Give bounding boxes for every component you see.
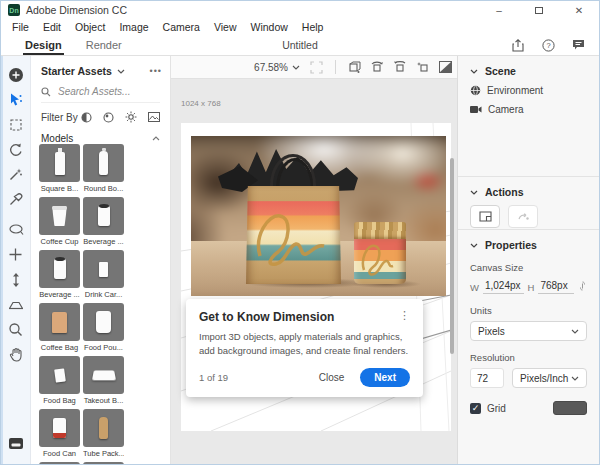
units-select[interactable]: Pixels (470, 321, 587, 341)
asset-tile[interactable]: Beverage ... (39, 250, 80, 300)
width-label: W (470, 282, 479, 293)
chevron-down-icon[interactable] (470, 69, 478, 74)
menu-file[interactable]: File (5, 21, 36, 33)
share-icon[interactable] (511, 38, 525, 52)
orbit-tool-icon[interactable] (5, 217, 27, 242)
app-window: Dn Adobe Dimension CC – ✕ File Edit Obje… (0, 0, 600, 465)
menu-edit[interactable]: Edit (36, 21, 68, 33)
menu-image[interactable]: Image (112, 21, 155, 33)
fit-canvas-icon[interactable] (310, 61, 323, 74)
materials-filter-icon[interactable] (103, 112, 114, 123)
height-field[interactable]: 768px (538, 280, 574, 294)
asset-thumbnail (96, 311, 111, 333)
feedback-icon[interactable] (571, 38, 585, 52)
orbit-camera-icon[interactable] (370, 61, 384, 74)
close-button[interactable]: ✕ (559, 1, 599, 19)
lights-filter-icon[interactable] (125, 111, 137, 123)
hand-tool-icon[interactable] (5, 342, 27, 367)
asset-tile[interactable]: Beverage ... (83, 197, 124, 247)
share-arrows-icon (517, 212, 530, 222)
link-dimensions-icon[interactable] (578, 281, 587, 293)
asset-thumbnail (98, 206, 110, 226)
image-adjust-icon[interactable] (439, 61, 452, 73)
asset-tile[interactable]: Tall Box (39, 462, 80, 464)
select-object-icon[interactable] (348, 61, 361, 74)
render-preview-toggle[interactable] (5, 431, 27, 456)
grid-checkbox[interactable]: ✓ (470, 403, 481, 414)
units-label: Units (470, 305, 587, 316)
collapse-section-icon[interactable] (152, 136, 160, 141)
minimize-button[interactable]: – (479, 1, 519, 19)
canvas-size-label: 1024 x 768 (181, 99, 221, 108)
toolbar-divider (335, 60, 336, 74)
zoom-tool-icon[interactable] (5, 317, 27, 342)
asset-tile[interactable]: Drink Car... (83, 250, 124, 300)
scene-image[interactable] (191, 136, 446, 296)
pan-tool-icon[interactable] (5, 242, 27, 267)
more-options-icon[interactable]: ••• (150, 66, 162, 76)
menu-bar: File Edit Object Image Camera View Windo… (1, 19, 599, 35)
dolly-tool-icon[interactable] (5, 267, 27, 292)
properties-section: Properties Canvas Size W 1,024px H 768px… (458, 230, 599, 415)
magic-wand-tool-icon[interactable] (5, 162, 27, 187)
asset-thumbnail (52, 206, 67, 226)
asset-tile[interactable]: Coffee Cup (39, 197, 80, 247)
tab-render[interactable]: Render (86, 35, 122, 55)
models-filter-icon[interactable] (81, 112, 92, 123)
zoom-level-control[interactable]: 67.58% (254, 62, 300, 73)
asset-tile[interactable]: Takeout B... (83, 356, 124, 406)
search-input[interactable] (56, 85, 156, 98)
tab-design[interactable]: Design (25, 35, 62, 55)
add-content-button[interactable] (5, 62, 27, 87)
zoom-level-value: 67.58% (254, 62, 288, 73)
asset-label: Food Can (39, 449, 80, 458)
select-area-tool-icon[interactable] (5, 112, 27, 137)
grid-color-swatch[interactable] (553, 401, 587, 415)
tools-sidebar (1, 56, 31, 464)
menu-camera[interactable]: Camera (156, 21, 207, 33)
chevron-down-icon[interactable] (470, 243, 478, 248)
horizon-tool-icon[interactable] (5, 292, 27, 317)
menu-help[interactable]: Help (295, 21, 331, 33)
viewport-scrollbar[interactable] (450, 158, 454, 354)
resolution-units-select[interactable]: Pixels/Inch (512, 368, 587, 388)
width-field[interactable]: 1,024px (483, 280, 524, 294)
select-move-tool-icon[interactable] (5, 87, 27, 112)
asset-tile[interactable]: Square B... (39, 144, 80, 194)
share-action-button[interactable] (508, 205, 538, 228)
kebab-menu-icon[interactable]: ⋮ (399, 310, 410, 320)
scene-item-environment[interactable]: Environment (470, 85, 587, 96)
asset-tile[interactable]: Food Can (39, 409, 80, 459)
asset-tile[interactable]: Coffee Bag (39, 303, 80, 353)
scene-section: Scene Environment Camera (458, 56, 599, 177)
close-dialog-button[interactable]: Close (319, 372, 345, 383)
asset-thumbnail (54, 259, 66, 279)
menu-object[interactable]: Object (68, 21, 112, 33)
images-filter-icon[interactable] (148, 112, 160, 122)
asset-tile[interactable]: Tube Pack... (83, 409, 124, 459)
asset-tile[interactable]: Round Bo... (83, 144, 124, 194)
sampler-tool-icon[interactable] (5, 187, 27, 212)
asset-search[interactable] (41, 85, 160, 103)
chevron-down-icon[interactable] (117, 69, 125, 74)
asset-tile[interactable]: Food Bag (39, 356, 80, 406)
height-label: H (528, 282, 535, 293)
help-icon[interactable]: ? (541, 38, 555, 52)
asset-tile[interactable]: Cube Box (83, 462, 124, 464)
resolution-field[interactable]: 72 (470, 368, 504, 388)
asset-tile[interactable]: Food Pou... (83, 303, 124, 353)
menu-window[interactable]: Window (244, 21, 295, 33)
menu-view[interactable]: View (207, 21, 244, 33)
asset-label: Food Bag (39, 396, 80, 405)
scene-item-camera[interactable]: Camera (470, 104, 587, 115)
maximize-button[interactable] (519, 1, 559, 19)
pan-camera-icon[interactable] (393, 61, 407, 74)
units-value: Pixels (478, 326, 505, 337)
next-button[interactable]: Next (360, 368, 410, 387)
chevron-down-icon[interactable] (470, 190, 478, 195)
frame-camera-icon[interactable] (416, 61, 430, 74)
viewport[interactable]: 1024 x 768 (171, 79, 457, 464)
rotate-tool-icon[interactable] (5, 137, 27, 162)
chevron-down-icon (571, 329, 579, 334)
export-action-button[interactable] (470, 205, 500, 228)
